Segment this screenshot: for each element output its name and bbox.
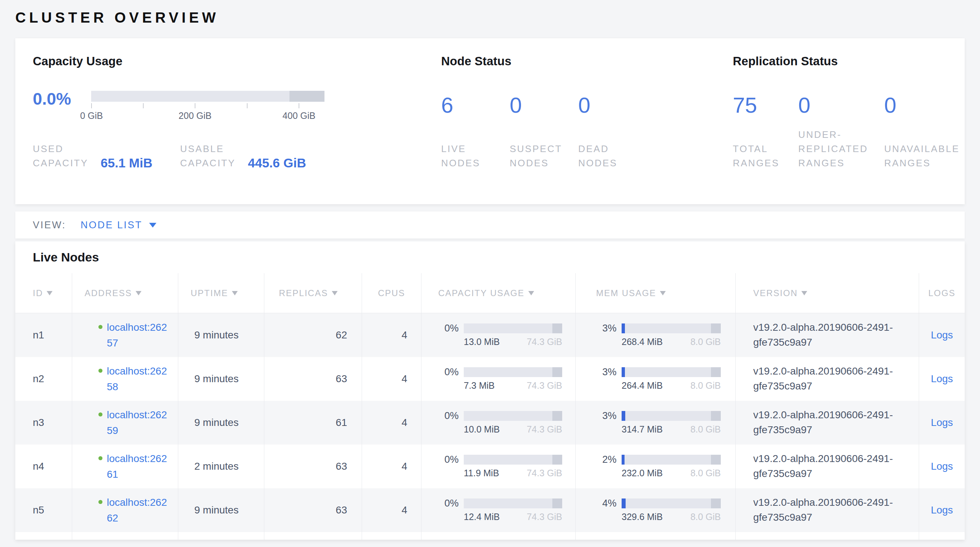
capacity-usage-cell: 0% 12.4 MiB 74.3 GiB <box>422 488 576 532</box>
node-uptime-cell: 9 minutes <box>178 313 264 357</box>
capacity-bar-reserved-segment <box>552 498 562 508</box>
node-version-cell: v19.2.0-alpha.20190606-2491-gfe735c9a97 <box>736 445 919 488</box>
mem-mini-bar <box>622 455 721 464</box>
capacity-percent-value: 0.0% <box>33 91 91 107</box>
node-id-cell: n5 <box>15 488 72 532</box>
capacity-bar-reserved-segment <box>290 91 325 102</box>
mem-percent: 3% <box>596 323 617 333</box>
capacity-mini-bar <box>464 498 562 508</box>
unavailable-ranges-label: UNAVAILABLE RANGES <box>884 142 957 170</box>
mem-bar-fill <box>622 498 625 508</box>
mem-used-value: 232.0 MiB <box>622 468 663 479</box>
view-label: VIEW: <box>33 219 66 231</box>
capacity-usage-section: Capacity Usage 0.0% <box>33 54 441 204</box>
mem-percent: 3% <box>596 367 617 377</box>
node-cpus-cell: 4 <box>362 401 422 445</box>
sort-arrow-icon <box>232 291 238 296</box>
node-address-link[interactable]: localhost:26261 <box>107 451 170 482</box>
node-address-cell: localhost:26261 <box>72 445 178 488</box>
capacity-used-value: 10.0 MiB <box>464 424 500 435</box>
live-status-dot-icon <box>99 325 102 329</box>
node-address-cell: localhost:26258 <box>72 357 178 401</box>
mem-mini-bar <box>622 323 721 333</box>
logs-link[interactable]: Logs <box>931 417 953 428</box>
usable-capacity-value: 445.6 GiB <box>248 156 306 170</box>
capacity-used-value: 11.9 MiB <box>464 468 499 479</box>
view-selector-dropdown[interactable]: NODE LIST <box>81 219 156 231</box>
node-address-cell: localhost:26262 <box>72 488 178 532</box>
node-address-link[interactable]: localhost:26258 <box>107 363 170 394</box>
total-ranges-label: TOTAL RANGES <box>733 142 781 170</box>
sort-arrow-icon <box>528 291 534 296</box>
node-version-cell: v19.2.0-alpha.20190606-2491-gfe735c9a97 <box>736 313 919 357</box>
node-logs-cell: Logs <box>919 357 965 401</box>
unavailable-ranges-value: 0 <box>884 94 957 116</box>
node-id: n4 <box>33 461 44 472</box>
column-header-id[interactable]: ID <box>15 273 72 313</box>
replication-status-section: Replication Status 75 TOTAL RANGES 0 UND… <box>733 54 975 204</box>
dead-nodes-label: DEAD NODES <box>578 142 629 170</box>
node-cpus-cell: 4 <box>362 445 422 488</box>
logs-link[interactable]: Logs <box>931 504 953 516</box>
table-row: n5 localhost:26262 9 minutes 63 4 0% <box>15 488 965 532</box>
mem-bar-fill <box>622 367 625 377</box>
table-row: n3 localhost:26259 9 minutes 61 4 0% <box>15 401 965 445</box>
mem-usage-cell: 3% 314.7 MiB 8.0 GiB <box>576 401 736 445</box>
mem-usage-cell: 3% 268.4 MiB 8.0 GiB <box>576 313 736 357</box>
mem-bar-reserved-segment <box>711 411 721 421</box>
column-header-capacity-usage[interactable]: CAPACITY USAGE <box>422 273 576 313</box>
node-id-cell: n2 <box>15 357 72 401</box>
under-replicated-ranges-stat: 0 UNDER-REPLICATED RANGES <box>798 94 867 170</box>
live-nodes-heading: Live Nodes <box>15 242 965 273</box>
node-address-cell: localhost:26259 <box>72 401 178 445</box>
live-nodes-value: 6 <box>441 94 492 116</box>
capacity-max-value: 74.3 GiB <box>527 337 562 347</box>
node-replicas-cell: 62 <box>264 313 362 357</box>
capacity-mini-bar <box>464 411 562 421</box>
logs-link[interactable]: Logs <box>931 461 953 472</box>
column-header-mem-usage[interactable]: MEM USAGE <box>576 273 736 313</box>
mem-bar-fill <box>622 323 625 333</box>
node-id: n3 <box>33 417 44 428</box>
mem-max-value: 8.0 GiB <box>690 380 721 391</box>
logs-link[interactable]: Logs <box>931 329 953 341</box>
node-address-link[interactable]: localhost:26259 <box>107 407 170 438</box>
table-row: n4 localhost:26261 2 minutes 63 4 0% <box>15 445 965 488</box>
column-header-address[interactable]: ADDRESS <box>72 273 178 313</box>
axis-label-400: 400 GiB <box>283 110 315 121</box>
capacity-usage-heading: Capacity Usage <box>33 54 441 68</box>
column-header-uptime[interactable]: UPTIME <box>178 273 264 313</box>
sort-arrow-icon <box>135 291 142 296</box>
column-header-replicas[interactable]: REPLICAS <box>264 273 362 313</box>
axis-label-0: 0 GiB <box>80 110 103 121</box>
node-version-cell: v19.2.0-alpha.20190606-2491-gfe735c9a97 <box>736 401 919 445</box>
capacity-percent: 0% <box>438 323 459 333</box>
mem-used-value: 314.7 MiB <box>622 424 663 435</box>
view-selected-value: NODE LIST <box>81 219 143 231</box>
node-uptime-cell: 2 minutes <box>178 445 264 488</box>
total-ranges-value: 75 <box>733 94 781 116</box>
node-address-link[interactable]: localhost:26262 <box>107 495 170 526</box>
node-logs-cell: Logs <box>919 488 965 532</box>
node-uptime-cell: 9 minutes <box>178 357 264 401</box>
suspect-nodes-label: SUSPECT NODES <box>510 142 561 170</box>
column-header-version[interactable]: VERSION <box>736 273 919 313</box>
mem-mini-bar <box>622 411 721 421</box>
node-cpus-cell: 4 <box>362 313 422 357</box>
node-logs-cell: Logs <box>919 313 965 357</box>
sort-arrow-icon <box>660 291 666 296</box>
mem-used-value: 268.4 MiB <box>622 337 663 347</box>
mem-bar-fill <box>622 411 625 421</box>
mem-bar-reserved-segment <box>711 323 721 333</box>
unavailable-ranges-stat: 0 UNAVAILABLE RANGES <box>884 94 957 170</box>
node-cpus-cell: 4 <box>362 488 422 532</box>
node-address-link[interactable]: localhost:26257 <box>107 320 170 351</box>
capacity-percent: 0% <box>438 367 459 377</box>
sort-arrow-icon <box>332 291 337 296</box>
logs-link[interactable]: Logs <box>931 373 953 385</box>
node-version-cell: v19.2.0-alpha.20190606-2491-gfe735c9a97 <box>736 357 919 401</box>
live-status-dot-icon <box>99 412 102 417</box>
node-version-cell: v19.2.0-alpha.20190606-2491-gfe735c9a97 <box>736 488 919 532</box>
live-nodes-card: Live Nodes ID ADDRESS UPTIME REPLICAS CP… <box>15 242 965 540</box>
mem-usage-cell: 4% 329.6 MiB 8.0 GiB <box>576 488 736 532</box>
